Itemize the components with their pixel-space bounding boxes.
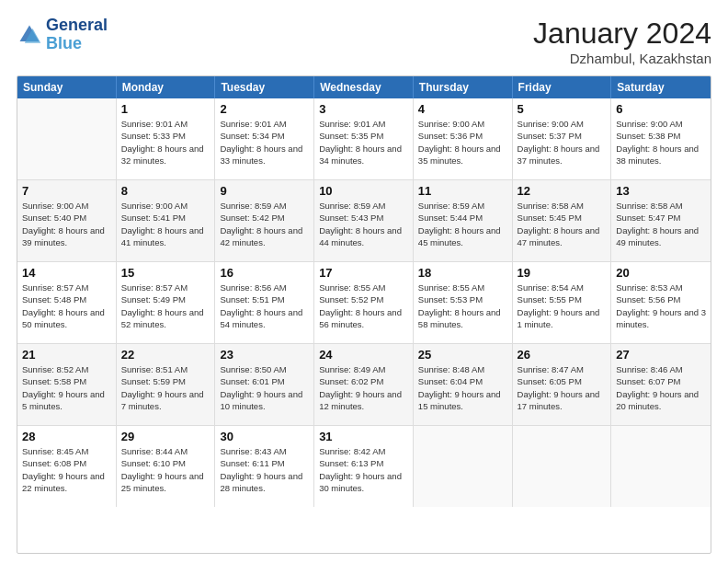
day-number: 10 <box>319 184 408 198</box>
calendar-cell: 31Sunrise: 8:42 AMSunset: 6:13 PMDayligh… <box>314 426 414 507</box>
cell-details: Sunrise: 8:54 AMSunset: 5:55 PMDaylight:… <box>518 282 607 330</box>
header-day-thursday: Thursday <box>414 76 513 98</box>
calendar-body: 1Sunrise: 9:01 AMSunset: 5:33 PMDaylight… <box>17 98 711 507</box>
calendar-cell: 16Sunrise: 8:56 AMSunset: 5:51 PMDayligh… <box>215 262 314 343</box>
calendar-cell: 29Sunrise: 8:44 AMSunset: 6:10 PMDayligh… <box>117 426 216 507</box>
calendar-week-4: 21Sunrise: 8:52 AMSunset: 5:58 PMDayligh… <box>17 344 711 426</box>
cell-details: Sunrise: 8:55 AMSunset: 5:53 PMDaylight:… <box>418 282 507 330</box>
cell-details: Sunrise: 8:44 AMSunset: 6:10 PMDaylight:… <box>121 445 210 494</box>
day-number: 29 <box>121 430 210 443</box>
day-number: 1 <box>121 102 210 116</box>
calendar-cell: 14Sunrise: 8:57 AMSunset: 5:48 PMDayligh… <box>17 262 117 343</box>
day-number: 6 <box>616 102 706 116</box>
cell-details: Sunrise: 8:49 AMSunset: 6:02 PMDaylight:… <box>319 363 408 412</box>
day-number: 3 <box>319 102 408 116</box>
header: General Blue January 2024 Dzhambul, Kaza… <box>17 17 711 66</box>
cell-details: Sunrise: 8:51 AMSunset: 5:59 PMDaylight:… <box>121 363 210 412</box>
cell-details: Sunrise: 8:46 AMSunset: 6:07 PMDaylight:… <box>616 363 706 412</box>
calendar-cell: 12Sunrise: 8:58 AMSunset: 5:45 PMDayligh… <box>513 180 612 261</box>
calendar-cell: 23Sunrise: 8:50 AMSunset: 6:01 PMDayligh… <box>215 344 314 425</box>
calendar-cell: 18Sunrise: 8:55 AMSunset: 5:53 PMDayligh… <box>414 262 513 343</box>
cell-details: Sunrise: 8:47 AMSunset: 6:05 PMDaylight:… <box>518 363 607 412</box>
day-number: 15 <box>121 266 210 280</box>
calendar-cell: 10Sunrise: 8:59 AMSunset: 5:43 PMDayligh… <box>314 180 414 261</box>
cell-details: Sunrise: 8:43 AMSunset: 6:11 PMDaylight:… <box>220 445 309 494</box>
day-number: 20 <box>616 266 706 280</box>
calendar-cell <box>414 426 513 507</box>
calendar-cell: 27Sunrise: 8:46 AMSunset: 6:07 PMDayligh… <box>611 344 711 425</box>
calendar-cell: 5Sunrise: 9:00 AMSunset: 5:37 PMDaylight… <box>513 98 612 179</box>
day-number: 2 <box>220 102 309 116</box>
cell-details: Sunrise: 8:55 AMSunset: 5:52 PMDaylight:… <box>319 282 408 330</box>
calendar-cell: 21Sunrise: 8:52 AMSunset: 5:58 PMDayligh… <box>17 344 117 425</box>
cell-details: Sunrise: 9:00 AMSunset: 5:40 PMDaylight:… <box>22 200 111 248</box>
cell-details: Sunrise: 9:01 AMSunset: 5:34 PMDaylight:… <box>220 118 309 167</box>
day-number: 4 <box>418 102 507 116</box>
calendar: SundayMondayTuesdayWednesdayThursdayFrid… <box>17 75 711 554</box>
calendar-cell: 25Sunrise: 8:48 AMSunset: 6:04 PMDayligh… <box>414 344 513 425</box>
day-number: 26 <box>518 348 607 362</box>
day-number: 31 <box>319 430 408 443</box>
day-number: 7 <box>22 184 111 198</box>
day-number: 18 <box>418 266 507 280</box>
calendar-cell: 19Sunrise: 8:54 AMSunset: 5:55 PMDayligh… <box>513 262 612 343</box>
day-number: 5 <box>518 102 607 116</box>
calendar-cell <box>17 98 117 179</box>
day-number: 21 <box>22 348 111 362</box>
calendar-cell <box>513 426 612 507</box>
cell-details: Sunrise: 8:58 AMSunset: 5:45 PMDaylight:… <box>518 200 607 248</box>
calendar-cell: 28Sunrise: 8:45 AMSunset: 6:08 PMDayligh… <box>17 426 117 507</box>
calendar-week-5: 28Sunrise: 8:45 AMSunset: 6:08 PMDayligh… <box>17 426 711 507</box>
day-number: 13 <box>616 184 706 198</box>
day-number: 9 <box>220 184 309 198</box>
cell-details: Sunrise: 8:52 AMSunset: 5:58 PMDaylight:… <box>22 363 111 412</box>
header-day-wednesday: Wednesday <box>314 76 414 98</box>
cell-details: Sunrise: 8:53 AMSunset: 5:56 PMDaylight:… <box>616 282 706 330</box>
day-number: 14 <box>22 266 111 280</box>
cell-details: Sunrise: 9:00 AMSunset: 5:38 PMDaylight:… <box>616 118 706 167</box>
cell-details: Sunrise: 8:59 AMSunset: 5:42 PMDaylight:… <box>220 200 309 248</box>
header-day-friday: Friday <box>513 76 612 98</box>
cell-details: Sunrise: 9:01 AMSunset: 5:33 PMDaylight:… <box>121 118 210 167</box>
calendar-cell: 13Sunrise: 8:58 AMSunset: 5:47 PMDayligh… <box>611 180 711 261</box>
logo-line2: Blue <box>46 34 82 52</box>
cell-details: Sunrise: 8:59 AMSunset: 5:44 PMDaylight:… <box>418 200 507 248</box>
day-number: 30 <box>220 430 309 443</box>
day-number: 24 <box>319 348 408 362</box>
page: General Blue January 2024 Dzhambul, Kaza… <box>0 0 728 563</box>
day-number: 12 <box>518 184 607 198</box>
day-number: 22 <box>121 348 210 362</box>
calendar-cell: 2Sunrise: 9:01 AMSunset: 5:34 PMDaylight… <box>215 98 314 179</box>
main-title: January 2024 <box>533 17 711 51</box>
title-block: January 2024 Dzhambul, Kazakhstan <box>533 17 711 66</box>
header-day-tuesday: Tuesday <box>215 76 314 98</box>
logo: General Blue <box>17 17 108 53</box>
calendar-cell: 1Sunrise: 9:01 AMSunset: 5:33 PMDaylight… <box>117 98 216 179</box>
header-day-monday: Monday <box>117 76 216 98</box>
calendar-cell: 17Sunrise: 8:55 AMSunset: 5:52 PMDayligh… <box>314 262 414 343</box>
subtitle: Dzhambul, Kazakhstan <box>533 51 711 66</box>
calendar-cell: 8Sunrise: 9:00 AMSunset: 5:41 PMDaylight… <box>117 180 216 261</box>
calendar-cell: 9Sunrise: 8:59 AMSunset: 5:42 PMDaylight… <box>215 180 314 261</box>
calendar-cell: 7Sunrise: 9:00 AMSunset: 5:40 PMDaylight… <box>17 180 117 261</box>
cell-details: Sunrise: 8:56 AMSunset: 5:51 PMDaylight:… <box>220 282 309 330</box>
header-day-sunday: Sunday <box>17 76 117 98</box>
cell-details: Sunrise: 9:01 AMSunset: 5:35 PMDaylight:… <box>319 118 408 167</box>
calendar-cell: 11Sunrise: 8:59 AMSunset: 5:44 PMDayligh… <box>414 180 513 261</box>
cell-details: Sunrise: 9:00 AMSunset: 5:41 PMDaylight:… <box>121 200 210 248</box>
cell-details: Sunrise: 8:58 AMSunset: 5:47 PMDaylight:… <box>616 200 706 248</box>
day-number: 11 <box>418 184 507 198</box>
cell-details: Sunrise: 8:59 AMSunset: 5:43 PMDaylight:… <box>319 200 408 248</box>
cell-details: Sunrise: 9:00 AMSunset: 5:36 PMDaylight:… <box>418 118 507 167</box>
cell-details: Sunrise: 8:42 AMSunset: 6:13 PMDaylight:… <box>319 445 408 494</box>
calendar-cell: 20Sunrise: 8:53 AMSunset: 5:56 PMDayligh… <box>611 262 711 343</box>
calendar-cell: 22Sunrise: 8:51 AMSunset: 5:59 PMDayligh… <box>117 344 216 425</box>
calendar-week-2: 7Sunrise: 9:00 AMSunset: 5:40 PMDaylight… <box>17 180 711 262</box>
day-number: 25 <box>418 348 507 362</box>
cell-details: Sunrise: 8:45 AMSunset: 6:08 PMDaylight:… <box>22 445 111 494</box>
calendar-cell: 3Sunrise: 9:01 AMSunset: 5:35 PMDaylight… <box>314 98 414 179</box>
day-number: 23 <box>220 348 309 362</box>
logo-line1: General <box>46 17 108 35</box>
day-number: 19 <box>518 266 607 280</box>
calendar-header: SundayMondayTuesdayWednesdayThursdayFrid… <box>17 76 711 98</box>
